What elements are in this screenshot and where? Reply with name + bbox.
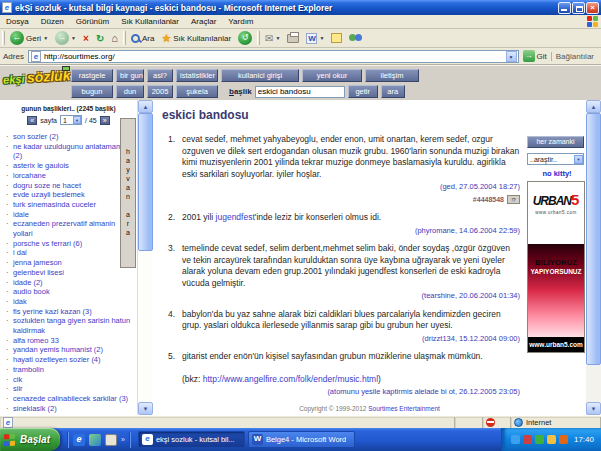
tray-volume-icon[interactable] [559, 435, 568, 444]
nav-bugun-button[interactable]: bugun [71, 85, 113, 98]
nav-rastgele-button[interactable]: rastgele [71, 69, 113, 82]
menu-gorunum[interactable]: Görünüm [70, 15, 115, 28]
taskbar-task-word[interactable]: W Belge4 - Microsoft Word [248, 431, 355, 448]
menu-araclar[interactable]: Araçlar [185, 15, 222, 28]
topic-item: dogru soze ne hacet [9, 181, 134, 191]
sidebar-header: gunun başlikleri.. (2245 başlik) [0, 105, 137, 112]
search-button[interactable]: Ara [129, 34, 156, 43]
taskbar-task-ie[interactable]: e ekşi sozluk - kutsal bil... [138, 431, 245, 448]
tray-antivirus-icon[interactable] [523, 435, 532, 444]
main-content: eskici bandosu 1. cevat sedef, mehmet ya… [153, 100, 586, 415]
author-link[interactable]: (atomunu yesile kaptirmis alelade bi ot,… [327, 387, 520, 396]
discuss-icon [331, 33, 342, 43]
main-scroll-thumb[interactable] [586, 113, 601, 365]
pager-prev-button[interactable]: « [27, 116, 37, 125]
author-link[interactable]: (ged, 27.05.2004 18:27) [440, 182, 520, 191]
pager-next-button[interactable]: » [100, 116, 110, 125]
tray-network-icon[interactable] [511, 435, 520, 444]
edit-dropdown-icon[interactable]: ▼ [319, 35, 324, 41]
stop-button[interactable]: × [81, 33, 91, 44]
menu-yardim[interactable]: Yardım [222, 15, 259, 28]
nav-asl-button[interactable]: asl? [147, 69, 173, 82]
quicklaunch-more-icon[interactable]: » [121, 436, 125, 443]
topic-item: i dal [9, 248, 134, 258]
address-dropdown-icon[interactable]: ▼ [506, 51, 517, 62]
menu-sik-kullanilanlar[interactable]: Sık Kullanılanlar [115, 15, 185, 28]
author-link[interactable]: (phyromane, 14.06.2004 22:59) [415, 226, 520, 235]
ara-button[interactable]: ara [381, 85, 405, 98]
nav-iletisim-button[interactable]: iletişim [365, 69, 419, 82]
ie-icon: e [142, 434, 153, 445]
urban5-ad-banner[interactable]: URBAN5 www.urban5.com BİLİYORUZ YAPIYORS… [527, 181, 585, 353]
entry-signature: (tearshine, 20.06.2004 01:34) [182, 290, 520, 302]
print-button[interactable] [285, 34, 301, 43]
topic-item: siir [9, 384, 134, 394]
eksi-sozluk-logo[interactable]: ekşi sözlük [3, 67, 70, 86]
back-dropdown-icon[interactable]: ▼ [43, 35, 48, 41]
entry-permalink[interactable]: #4448548 [473, 194, 504, 206]
getir-button[interactable]: getir [348, 85, 378, 98]
edit-with-word-button[interactable]: W ▼ [304, 33, 326, 44]
back-button[interactable]: ← Geri ▼ [8, 31, 50, 45]
angelfire-link[interactable]: http://www.angelfire.com/folk/ender/musi… [203, 374, 378, 384]
window-title: ekŞi sozluk - kutsal bilgi kaynagi - esk… [15, 3, 557, 13]
her-zamanki-button[interactable]: her zamanki [527, 136, 584, 148]
sourtimes-link[interactable]: Sourtimes Entertainment [368, 405, 440, 412]
refresh-button[interactable]: ↻ [94, 33, 106, 44]
entry-4: 4. babylon'da bu yaz sahne alarak bizi c… [160, 309, 520, 345]
jugendfest-link[interactable]: jugendfest [216, 212, 255, 222]
screen: e ekŞi sozluk - kutsal bilgi kaynagi - e… [0, 0, 601, 451]
mail-icon: ✉ [265, 33, 273, 44]
author-link[interactable]: (drizzt134, 15.12.2004 09:00) [422, 334, 520, 343]
forward-dropdown-icon[interactable]: ▼ [71, 35, 76, 41]
menu-dosya[interactable]: Dosya [0, 15, 35, 28]
main-scrollbar[interactable]: ▲ ▼ [586, 100, 601, 415]
links-label[interactable]: Bağlantılar [551, 52, 598, 61]
baslik-search-input[interactable] [255, 86, 345, 98]
go-button[interactable]: → Git [523, 50, 547, 62]
quicklaunch-ie-icon[interactable]: e [73, 434, 85, 446]
nav-yeni-okur-button[interactable]: yeni okur [302, 69, 362, 82]
close-button[interactable]: × [586, 2, 599, 14]
scroll-up-icon[interactable]: ▲ [586, 100, 601, 113]
address-field[interactable]: e http://sourtimes.org/ ▼ [28, 50, 519, 63]
start-button[interactable]: Başlat [0, 428, 60, 451]
minimize-button[interactable] [558, 2, 571, 14]
forward-button[interactable]: → ▼ [53, 31, 78, 45]
arastir-select[interactable]: ..araştir.. ▼ [527, 153, 584, 165]
nav-bir-gun-button[interactable]: bir gun [116, 69, 144, 82]
menu-duzen[interactable]: Düzen [35, 15, 70, 28]
author-link[interactable]: (tearshine, 20.06.2004 01:34) [422, 291, 520, 300]
nav-dun-button[interactable]: dun [116, 85, 144, 98]
nav-2005-button[interactable]: 2005 [147, 85, 173, 98]
quicklaunch-show-desktop-icon[interactable] [105, 434, 117, 446]
mail-dropdown-icon[interactable]: ▼ [275, 35, 280, 41]
pager-page-select[interactable]: 1▼ [60, 115, 82, 125]
tray-alert-icon[interactable] [547, 435, 556, 444]
mail-button[interactable]: ✉ ▼ [263, 33, 282, 44]
history-button[interactable]: ↺ [236, 31, 254, 45]
quicklaunch-messenger-icon[interactable] [89, 434, 101, 446]
scroll-down-icon[interactable]: ▼ [138, 402, 153, 415]
maximize-button[interactable] [572, 2, 585, 14]
complain-button[interactable]: !? [507, 195, 520, 204]
home-button[interactable]: ⌂ [109, 32, 120, 44]
address-url[interactable]: http://sourtimes.org/ [44, 52, 503, 61]
discuss-button[interactable] [329, 33, 344, 43]
toolbar-grip[interactable] [2, 31, 5, 45]
nav-sukela-button[interactable]: şukela [176, 85, 218, 98]
sidebar-scrollbar[interactable]: ▲ ▼ [137, 100, 152, 415]
print-icon [287, 34, 299, 43]
favorites-button[interactable]: ★ Sık Kullanılanlar [159, 32, 233, 45]
sidebar-scroll-thumb[interactable] [138, 113, 153, 251]
nav-kullanici-girisi-button[interactable]: kullanici girişi [221, 69, 299, 82]
hayvan-ara-tab[interactable]: hayvan ara [120, 118, 136, 268]
entry-text: cevat sedef, mehmet yahyabeyoglu, ender … [182, 134, 519, 179]
nav-istatistikler-button[interactable]: istatistikler [176, 69, 218, 82]
task-label: Belge4 - Microsoft Word [266, 435, 346, 444]
messenger-button[interactable] [347, 33, 364, 44]
no-kitty-link[interactable]: no kitty! [527, 169, 587, 178]
tray-update-icon[interactable] [535, 435, 544, 444]
scroll-down-icon[interactable]: ▼ [586, 402, 601, 415]
scroll-up-icon[interactable]: ▲ [138, 100, 153, 113]
